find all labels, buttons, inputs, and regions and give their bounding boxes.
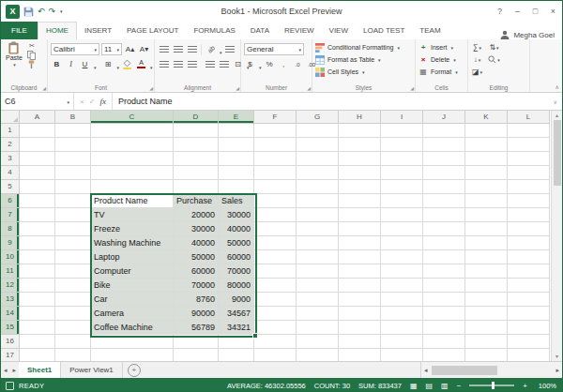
cell-L15[interactable] — [508, 321, 550, 335]
cell-C2[interactable] — [91, 138, 174, 152]
column-header-I[interactable]: I — [381, 111, 423, 124]
cell-I16[interactable] — [381, 335, 423, 349]
row-header-17[interactable]: 17 — [1, 349, 20, 361]
cell-A17[interactable] — [20, 349, 55, 361]
fill-color-button[interactable] — [121, 58, 133, 70]
cell-E8[interactable]: 40000 — [219, 222, 254, 236]
cell-L16[interactable] — [508, 335, 550, 349]
increase-indent-icon[interactable] — [218, 58, 230, 70]
cell-C6[interactable]: Product Name — [91, 194, 174, 208]
cell-C13[interactable]: Car — [91, 293, 174, 307]
fill-button[interactable]: ↓ — [471, 53, 483, 66]
cell-H17[interactable] — [339, 349, 381, 361]
cell-I6[interactable] — [381, 194, 423, 208]
cell-H14[interactable] — [339, 307, 381, 321]
hscroll-thumb[interactable] — [432, 366, 497, 375]
cell-G15[interactable] — [297, 321, 339, 335]
qat-customize-icon[interactable] — [59, 9, 63, 14]
cell-I10[interactable] — [381, 250, 423, 264]
cell-C8[interactable]: Freeze — [91, 222, 174, 236]
cell-D3[interactable] — [174, 152, 219, 166]
cell-E1[interactable] — [219, 124, 254, 138]
cell-A12[interactable] — [20, 279, 55, 293]
row-header-8[interactable]: 8 — [1, 222, 20, 236]
cell-K10[interactable] — [465, 250, 508, 264]
styles-dialog-launcher[interactable]: ◢ — [410, 86, 414, 91]
cell-A8[interactable] — [20, 222, 55, 236]
clipboard-dialog-launcher[interactable]: ◢ — [42, 86, 46, 91]
cell-G6[interactable] — [297, 194, 339, 208]
cell-K2[interactable] — [465, 138, 508, 152]
cell-I4[interactable] — [381, 166, 423, 180]
cell-E3[interactable] — [219, 152, 254, 166]
cell-F13[interactable] — [254, 293, 297, 307]
save-icon[interactable] — [23, 7, 34, 17]
cell-D13[interactable]: 8760 — [174, 293, 219, 307]
cell-A9[interactable] — [20, 236, 55, 250]
underline-button[interactable]: U — [79, 58, 91, 70]
cell-J4[interactable] — [423, 166, 465, 180]
zoom-slider-thumb[interactable] — [492, 382, 495, 389]
row-header-12[interactable]: 12 — [1, 279, 20, 293]
row-header-11[interactable]: 11 — [1, 264, 20, 279]
decrease-indent-icon[interactable] — [204, 58, 216, 70]
enter-icon[interactable]: ✓ — [89, 98, 96, 106]
font-dialog-launcher[interactable]: ◢ — [149, 86, 153, 91]
cell-K11[interactable] — [465, 264, 508, 279]
name-box-dropdown-icon[interactable] — [66, 97, 69, 106]
cell-E11[interactable]: 70000 — [219, 264, 254, 279]
paste-dropdown-icon[interactable] — [12, 61, 16, 68]
cell-K3[interactable] — [465, 152, 508, 166]
clear-button[interactable]: ◪ — [471, 66, 483, 78]
cell-G1[interactable] — [297, 124, 339, 138]
cell-H16[interactable] — [339, 335, 381, 349]
name-box[interactable]: C6 — [1, 93, 74, 110]
cell-F7[interactable] — [254, 208, 297, 222]
cell-B17[interactable] — [55, 349, 91, 361]
collapse-formula-bar-icon[interactable]: ∨ — [554, 98, 562, 105]
align-middle-icon[interactable] — [172, 43, 184, 55]
cell-A1[interactable] — [20, 124, 55, 138]
cell-L14[interactable] — [508, 307, 550, 321]
cell-B8[interactable] — [55, 222, 91, 236]
vertical-scrollbar[interactable]: ▴ ▾ — [551, 111, 562, 361]
maximize-icon[interactable]: □ — [526, 1, 544, 22]
cell-C11[interactable]: Computer — [91, 264, 174, 279]
row-header-13[interactable]: 13 — [1, 293, 20, 307]
cell-C10[interactable]: Laptop — [91, 250, 174, 264]
percent-style-button[interactable]: % — [264, 58, 276, 70]
cell-B16[interactable] — [55, 335, 91, 349]
cell-A2[interactable] — [20, 138, 55, 152]
cell-H5[interactable] — [339, 180, 381, 194]
cell-E9[interactable]: 50000 — [219, 236, 254, 250]
cell-K12[interactable] — [465, 279, 508, 293]
format-as-table-button[interactable]: Format as Table — [315, 53, 412, 66]
cell-G8[interactable] — [297, 222, 339, 236]
column-header-G[interactable]: G — [297, 111, 339, 124]
select-all-button[interactable] — [1, 111, 20, 124]
zoom-level[interactable]: 100% — [536, 382, 556, 390]
borders-dropdown-icon[interactable] — [116, 56, 120, 73]
cell-F2[interactable] — [254, 138, 297, 152]
column-header-D[interactable]: D — [174, 111, 219, 124]
cell-L11[interactable] — [508, 264, 550, 279]
cell-C17[interactable] — [91, 349, 174, 361]
cell-C1[interactable] — [91, 124, 174, 138]
sheet-tab-sheet1[interactable]: Sheet1 — [19, 362, 61, 378]
cell-F10[interactable] — [254, 250, 297, 264]
cell-K15[interactable] — [465, 321, 508, 335]
cell-H7[interactable] — [339, 208, 381, 222]
help-icon[interactable]: ? — [491, 1, 509, 22]
cell-B5[interactable] — [55, 180, 91, 194]
cell-D5[interactable] — [174, 180, 219, 194]
cell-A6[interactable] — [20, 194, 55, 208]
align-bottom-icon[interactable] — [186, 43, 198, 55]
cell-G10[interactable] — [297, 250, 339, 264]
row-header-10[interactable]: 10 — [1, 250, 20, 264]
accounting-dropdown-icon[interactable] — [258, 56, 262, 73]
tab-review[interactable]: REVIEW — [277, 22, 322, 39]
row-header-6[interactable]: 6 — [1, 194, 20, 208]
cell-J13[interactable] — [423, 293, 465, 307]
row-header-16[interactable]: 16 — [1, 335, 20, 349]
cell-L13[interactable] — [508, 293, 550, 307]
